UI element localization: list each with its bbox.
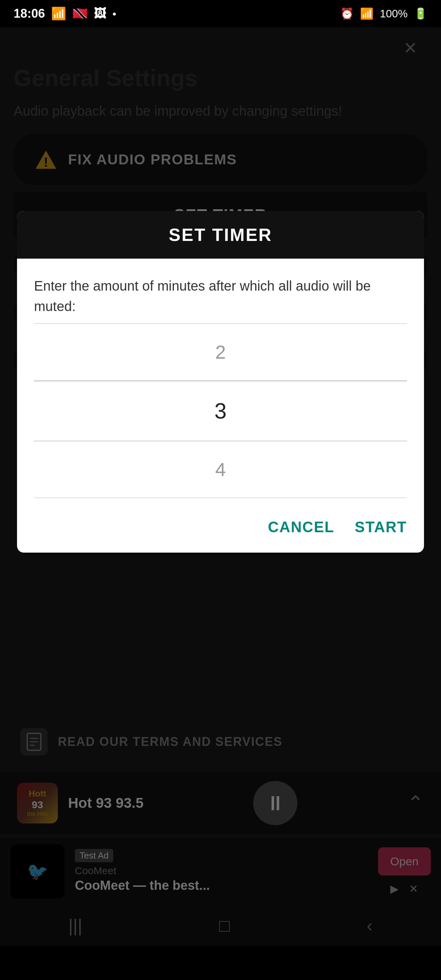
dialog-body: Enter the amount of minutes after which … bbox=[17, 259, 424, 498]
dot-icon: ● bbox=[112, 10, 116, 18]
picker-value-2: 4 bbox=[215, 459, 226, 480]
start-button[interactable]: START bbox=[355, 519, 407, 536]
image-icon: 🖼 bbox=[94, 6, 106, 21]
dialog-title: SET TIMER bbox=[169, 225, 272, 245]
flag-icon: 🇹🇹 bbox=[72, 6, 88, 21]
picker-row-2[interactable]: 4 bbox=[34, 441, 407, 498]
cancel-button[interactable]: CANCEL bbox=[268, 519, 334, 536]
status-bar: 18:06 📶 🇹🇹 🖼 ● ⏰ 📶 100% 🔋 bbox=[0, 0, 441, 27]
dialog-actions: CANCEL START bbox=[17, 505, 424, 553]
picker-row-0[interactable]: 2 bbox=[34, 324, 407, 381]
dialog-description: Enter the amount of minutes after which … bbox=[34, 275, 407, 317]
picker-row-1[interactable]: 3 bbox=[34, 381, 407, 441]
number-picker[interactable]: 2 3 4 bbox=[34, 323, 407, 498]
set-timer-dialog: SET TIMER Enter the amount of minutes af… bbox=[17, 211, 424, 553]
time-display: 18:06 bbox=[14, 6, 45, 21]
signal-icon: 📶 bbox=[51, 6, 66, 21]
battery-text: 100% bbox=[380, 8, 408, 20]
alarm-icon: ⏰ bbox=[340, 7, 354, 20]
wifi-icon: 📶 bbox=[360, 7, 374, 20]
status-left: 18:06 📶 🇹🇹 🖼 ● bbox=[14, 6, 116, 21]
main-background: × General Settings Audio playback can be… bbox=[0, 27, 441, 946]
picker-value-0: 2 bbox=[215, 341, 226, 363]
status-right: ⏰ 📶 100% 🔋 bbox=[340, 7, 427, 20]
battery-icon: 🔋 bbox=[414, 7, 427, 20]
dialog-header: SET TIMER bbox=[17, 211, 424, 259]
picker-value-1: 3 bbox=[214, 399, 227, 423]
